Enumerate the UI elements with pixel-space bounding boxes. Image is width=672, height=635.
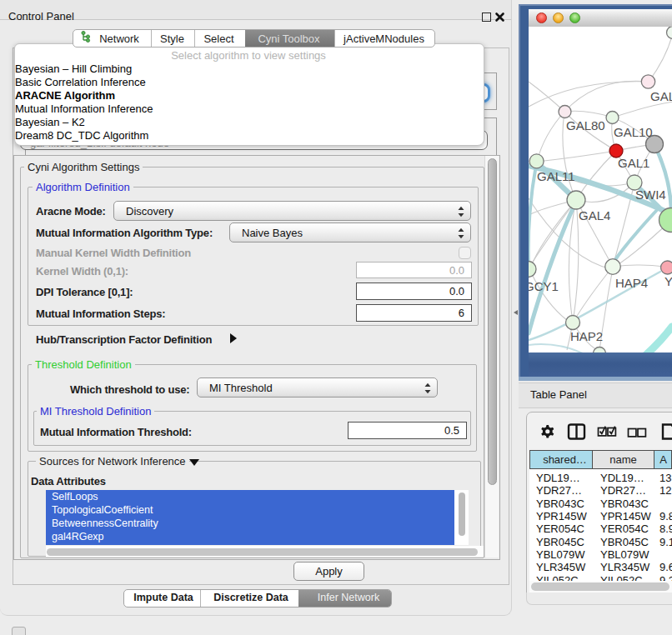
svg-text:SWI4: SWI4 bbox=[635, 188, 666, 202]
svg-text:GAL1: GAL1 bbox=[618, 156, 649, 170]
svg-text:GAL11: GAL11 bbox=[537, 169, 575, 183]
svg-text:GAL80: GAL80 bbox=[566, 118, 605, 132]
svg-text:GCY1: GCY1 bbox=[529, 279, 559, 293]
svg-text:GAL10: GAL10 bbox=[614, 125, 653, 139]
svg-text:GAL7: GAL7 bbox=[650, 89, 672, 103]
svg-text:HAP4: HAP4 bbox=[615, 276, 648, 290]
svg-text:HAP2: HAP2 bbox=[570, 329, 603, 343]
svg-text:YM: YM bbox=[664, 274, 672, 288]
svg-text:GAL4: GAL4 bbox=[579, 208, 610, 222]
